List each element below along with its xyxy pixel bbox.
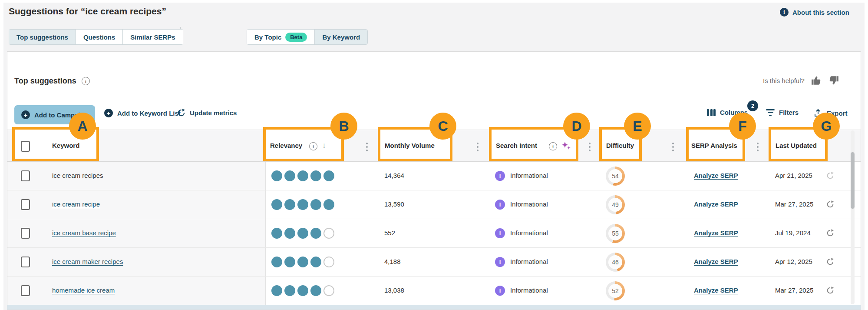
add-to-keyword-list-label: Add to Keyword List: [117, 110, 181, 117]
search-intent-label: Informational: [510, 172, 548, 179]
refresh-icon[interactable]: [826, 200, 834, 208]
relevancy-dot: [310, 170, 321, 181]
difficulty-value: 52: [608, 284, 622, 298]
keyword-cell[interactable]: ice cream recipes: [52, 172, 103, 179]
keyword-column-background: [7, 162, 266, 190]
analyze-serp-link[interactable]: Analyze SERP: [694, 172, 738, 179]
add-to-keyword-list-button[interactable]: + Add to Keyword List: [104, 109, 181, 117]
info-icon[interactable]: i: [549, 142, 557, 150]
column-menu-icon[interactable]: [672, 143, 674, 153]
keyword-cell[interactable]: ice cream maker recipes: [52, 258, 123, 265]
header-keyword: Keyword: [52, 142, 79, 149]
keyword-cell[interactable]: ice cream recipe: [52, 200, 100, 208]
row-checkbox[interactable]: [21, 170, 30, 181]
columns-icon: [707, 109, 716, 116]
last-updated-value: Apr 12, 2025: [775, 258, 812, 265]
header-monthly-volume: Monthly Volume: [385, 142, 435, 149]
sort-descending-icon[interactable]: ↓: [322, 141, 326, 150]
table-body: ice cream recipes 14,364 I Informational…: [7, 162, 861, 305]
plus-icon: +: [21, 110, 30, 119]
thumbs-up-icon[interactable]: [811, 75, 822, 86]
search-intent-label: Informational: [510, 258, 548, 265]
relevancy-dot: [271, 170, 282, 181]
header-last-updated: Last Updated: [776, 142, 817, 149]
relevancy-dot: [297, 170, 308, 181]
difficulty-ring: 54: [606, 167, 625, 186]
thumbs-down-icon[interactable]: [828, 75, 839, 86]
relevancy-dot: [284, 285, 295, 296]
tab-similar-serps[interactable]: Similar SERPs: [123, 30, 182, 44]
relevancy-dot: [310, 199, 321, 210]
intent-informational-icon: I: [495, 200, 505, 210]
tab-top-suggestions[interactable]: Top suggestions: [9, 30, 76, 44]
intent-informational-icon: I: [495, 228, 505, 238]
refresh-icon[interactable]: [826, 172, 834, 180]
row-checkbox[interactable]: [21, 257, 30, 267]
column-menu-icon[interactable]: [477, 143, 479, 153]
info-icon: i: [780, 8, 789, 17]
relevancy-dot: [297, 199, 308, 210]
relevancy-dots: [271, 199, 334, 210]
annotation-badge-d: D: [563, 113, 590, 140]
secondary-tab-group: By Topic Beta By Keyword: [247, 29, 368, 45]
tab-by-keyword[interactable]: By Keyword: [315, 30, 367, 44]
keyword-column-background: [7, 277, 266, 305]
analyze-serp-link[interactable]: Analyze SERP: [694, 200, 738, 208]
monthly-volume-value: 14,364: [384, 172, 404, 179]
relevancy-dot: [284, 199, 295, 210]
ai-sparkle-icon: [561, 141, 571, 151]
refresh-icon[interactable]: [826, 229, 834, 237]
update-metrics-button[interactable]: Update metrics: [177, 109, 237, 117]
monthly-volume-value: 13,038: [384, 287, 404, 294]
update-metrics-label: Update metrics: [190, 109, 237, 117]
keyword-cell[interactable]: homemade ice cream: [52, 287, 115, 294]
relevancy-dot: [323, 257, 334, 267]
search-intent-label: Informational: [510, 287, 548, 294]
monthly-volume-value: 4,188: [384, 258, 401, 265]
tab-questions[interactable]: Questions: [76, 30, 123, 44]
analyze-serp-link[interactable]: Analyze SERP: [694, 258, 738, 265]
relevancy-dot: [297, 228, 308, 239]
table-row: ice cream recipe 13,590 I Informational …: [7, 190, 861, 219]
relevancy-dot: [323, 170, 334, 181]
vertical-scrollbar-thumb[interactable]: [851, 152, 855, 209]
tab-label: Top suggestions: [17, 33, 68, 41]
refresh-icon[interactable]: [826, 287, 834, 294]
row-checkbox[interactable]: [21, 228, 30, 239]
last-updated-value: Jul 19, 2024: [775, 229, 811, 237]
annotation-badge-e: E: [624, 113, 651, 140]
relevancy-dots: [271, 170, 334, 181]
relevancy-dots: [271, 257, 334, 267]
info-icon[interactable]: i: [309, 142, 317, 150]
section-heading: Top suggestions i: [14, 77, 90, 86]
filters-button[interactable]: Filters: [766, 109, 799, 116]
analyze-serp-link[interactable]: Analyze SERP: [694, 229, 738, 237]
section-heading-label: Top suggestions: [14, 77, 76, 86]
difficulty-ring: 52: [606, 281, 625, 300]
column-menu-icon[interactable]: [589, 143, 591, 153]
last-updated-value: Apr 21, 2025: [775, 172, 812, 179]
column-menu-icon[interactable]: [757, 143, 759, 153]
refresh-icon[interactable]: [826, 258, 834, 266]
relevancy-dot: [271, 285, 282, 296]
filters-label: Filters: [779, 109, 799, 116]
analyze-serp-link[interactable]: Analyze SERP: [694, 287, 738, 294]
tab-label: By Keyword: [322, 33, 360, 41]
column-menu-icon[interactable]: [366, 143, 368, 153]
horizontal-scrollbar[interactable]: [7, 305, 861, 310]
info-icon[interactable]: i: [82, 77, 90, 85]
tab-by-topic[interactable]: By Topic Beta: [247, 30, 315, 44]
annotation-badge-f: F: [729, 113, 756, 140]
select-all-checkbox[interactable]: [21, 141, 30, 152]
relevancy-dot: [284, 228, 295, 239]
row-checkbox[interactable]: [21, 285, 30, 296]
relevancy-dot: [310, 285, 321, 296]
row-checkbox[interactable]: [21, 199, 30, 210]
monthly-volume-value: 552: [384, 229, 395, 237]
intent-informational-icon: I: [495, 286, 505, 296]
about-this-section-link[interactable]: i About this section: [780, 8, 849, 17]
search-intent-label: Informational: [510, 229, 548, 237]
intent-informational-icon: I: [495, 171, 505, 181]
keyword-cell[interactable]: ice cream base recipe: [52, 229, 116, 237]
relevancy-dot: [297, 285, 308, 296]
